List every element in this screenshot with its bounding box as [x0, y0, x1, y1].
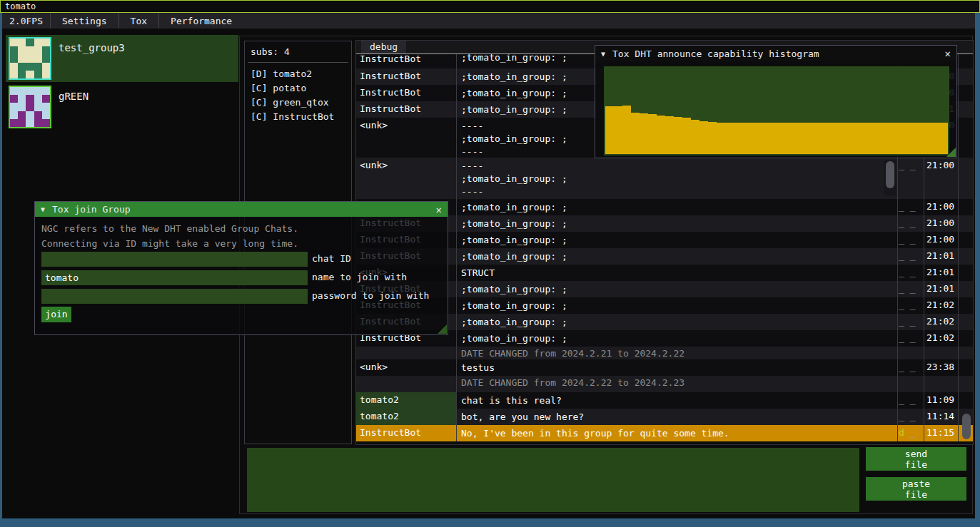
message-author: tomato2 — [356, 392, 456, 409]
collapse-icon[interactable]: ▼ — [601, 50, 605, 58]
message-row: InstructBot;tomato_in_group: ;_ _21:02 — [356, 314, 973, 330]
message-time: 23:38 — [926, 362, 954, 372]
member-item[interactable]: [C] green_qtox — [251, 96, 345, 110]
message-status: _ _ — [899, 394, 922, 405]
message-time: 21:01 — [926, 267, 954, 277]
close-icon[interactable]: ✕ — [436, 204, 442, 215]
message-status: _ _ — [899, 201, 922, 212]
message-status: _ _ — [899, 362, 922, 372]
members-count: subs: 4 — [251, 46, 345, 57]
message-text: testus — [461, 362, 893, 374]
message-author: InstructBot — [356, 425, 456, 441]
message-row: <unk>STRUCT_ _21:01 — [356, 265, 973, 281]
paste-file-button[interactable]: paste file — [866, 477, 966, 501]
members-divider — [248, 62, 348, 63]
message-author: InstructBot — [356, 101, 456, 118]
message-time: 21:00 — [926, 218, 954, 228]
chat-id-label: chat ID — [312, 253, 351, 264]
message-status: _ _ — [899, 283, 922, 294]
resize-grip-icon[interactable] — [438, 324, 447, 334]
message-row: InstructBot;tomato_in_group: ;_ _21:02 — [356, 330, 973, 347]
message-row: InstructBot;tomato_in_group: ;_ _21:00 — [356, 215, 973, 232]
join-button[interactable]: join — [41, 307, 71, 322]
member-item[interactable]: [C] potato — [251, 81, 345, 96]
message-time: 21:00 — [926, 160, 954, 170]
message-time: 21:01 — [926, 250, 954, 261]
message-text: STRUCT — [461, 267, 893, 280]
join-password-field[interactable] — [41, 289, 308, 304]
message-time: 11:14 — [926, 411, 954, 421]
message-row: InstructBot;tomato_in_group: ;_ _21:02 — [356, 297, 973, 314]
message-author: <unk> — [356, 118, 456, 158]
member-item[interactable]: [D] tomato2 — [251, 67, 345, 81]
resize-grip-icon[interactable] — [946, 148, 956, 157]
message-text: ;tomato_in_group: ; — [461, 283, 893, 296]
menu-performance[interactable]: Performance — [159, 16, 243, 26]
join-group-window: ▼ Tox join Group ✕ NGC refers to the New… — [34, 201, 448, 335]
window-title: tomato — [5, 1, 36, 11]
message-status: _ _ — [899, 250, 922, 261]
message-input[interactable] — [247, 448, 859, 512]
message-status: _ _ — [899, 411, 922, 421]
message-time: 21:02 — [926, 300, 954, 310]
message-time: 21:00 — [926, 234, 954, 245]
join-info-line: Connecting via ID might take a very long… — [35, 236, 448, 251]
tab-debug[interactable]: debug — [361, 41, 406, 53]
window-border-left — [0, 13, 2, 527]
group-item-test_group3[interactable]: test_group3 — [6, 35, 238, 82]
group-avatar — [9, 37, 51, 80]
date-changed-text: DATE CHANGED from 2024.2.21 to 2024.2.22 — [461, 348, 685, 359]
message-author: InstructBot — [356, 68, 456, 85]
message-status: _ _ — [899, 300, 922, 310]
date-changed-row: DATE CHANGED from 2024.2.21 to 2024.2.22 — [356, 347, 973, 359]
message-row: InstructBot;tomato_in_group: ;_ _21:00 — [356, 232, 973, 248]
member-list: [D] tomato2[C] potato[C] green_qtox[C] I… — [251, 67, 345, 124]
message-author: <unk> — [356, 158, 456, 199]
message-row: InstructBot;tomato_in_group: ;_ _21:01 — [356, 281, 973, 297]
dht-histogram-window: ▼ Tox DHT announce capability histogram … — [595, 45, 957, 158]
dht-histogram-titlebar[interactable]: ▼ Tox DHT announce capability histogram … — [595, 46, 956, 61]
member-item[interactable]: [C] InstructBot — [251, 110, 345, 124]
message-status: _ _ — [899, 267, 922, 277]
message-row: tomato2bot, are you new here?_ _11:14 — [356, 409, 973, 425]
menu-settings[interactable]: Settings — [51, 16, 118, 26]
window-titlebar[interactable]: tomato — [0, 0, 980, 13]
menu-bar: 2.0FPS Settings Tox Performance — [2, 13, 975, 29]
close-icon[interactable]: ✕ — [945, 48, 951, 59]
column-divider — [958, 54, 959, 441]
message-row: tomato2chat is this real?_ _11:09 — [356, 392, 973, 409]
group-item-gREEN[interactable]: gREEN — [6, 83, 238, 131]
window-border-right — [975, 13, 980, 527]
message-author: <unk> — [356, 359, 456, 376]
message-scrollbar-thumb[interactable] — [886, 161, 894, 188]
join-group-titlebar[interactable]: ▼ Tox join Group ✕ — [35, 202, 448, 217]
collapse-icon[interactable]: ▼ — [41, 205, 45, 213]
date-changed-row: DATE CHANGED from 2024.2.22 to 2024.2.23 — [356, 376, 973, 392]
message-author: InstructBot — [356, 54, 456, 66]
app-window: tomato 2.0FPS Settings Tox Performance t… — [0, 0, 980, 527]
join-name-field[interactable] — [41, 270, 308, 285]
column-divider — [456, 54, 457, 441]
message-text: ;tomato_in_group: ; — [461, 332, 893, 345]
message-text: No, I've been in this group for quite so… — [461, 427, 893, 440]
message-row: <unk>testus_ _23:38 — [356, 359, 973, 376]
chat-id-field[interactable] — [41, 252, 308, 267]
join-group-title: Tox join Group — [52, 204, 131, 215]
group-name: gREEN — [59, 91, 89, 102]
message-text: ----;tomato_in_group: ;---- — [461, 160, 893, 198]
message-text: ;tomato_in_group: ; — [461, 316, 893, 329]
group-name: test_group3 — [59, 42, 125, 53]
join-info-line: NGC refers to the New DHT enabled Group … — [35, 221, 448, 236]
message-row: InstructBot;tomato_in_group: ;_ _21:01 — [356, 248, 973, 265]
chat-scrollbar-thumb[interactable] — [962, 414, 971, 439]
message-text: ;tomato_in_group: ; — [461, 300, 893, 312]
menu-tox[interactable]: Tox — [119, 16, 158, 26]
group-avatar — [9, 86, 51, 128]
message-row: InstructBotNo, I've been in this group f… — [356, 425, 973, 441]
join-name-label: name to join with — [312, 272, 407, 282]
dht-histogram-title: Tox DHT announce capability histogram — [612, 48, 819, 59]
message-row: InstructBot;tomato_in_group: ;_ _21:00 — [356, 199, 973, 215]
send-file-button[interactable]: send file — [866, 447, 966, 471]
message-status: _ _ — [899, 234, 922, 245]
message-status: _ _ — [899, 332, 922, 343]
